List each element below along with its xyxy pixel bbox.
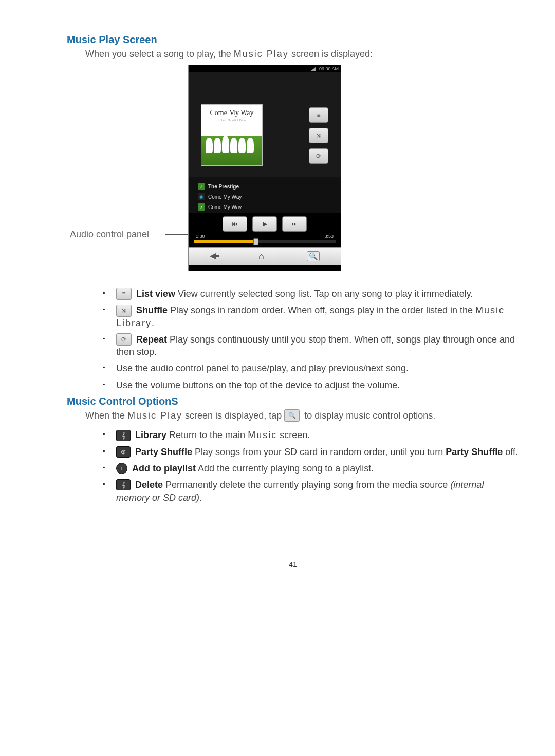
album-art: Come My Way THE PRESTIGE <box>201 104 263 166</box>
status-time: 09:00 AM <box>319 66 339 71</box>
term-music-play: Music Play <box>234 49 289 59</box>
search-options-icon[interactable]: 🔍 <box>307 251 320 261</box>
option-desc: Play songs from your SD card in random o… <box>192 447 446 457</box>
search-options-icon-inline: 🔍 <box>284 409 300 422</box>
option-desc: Add the currently playing song to a play… <box>196 463 374 474</box>
intro-text-b: screen is displayed, tap <box>182 410 284 421</box>
figure-caption: Audio control panel <box>70 229 149 240</box>
option-library: 𝄞 Library Return to the main Music scree… <box>116 429 519 441</box>
option-name: Add to playlist <box>132 463 196 474</box>
feature-desc: View currently selected song list. Tap o… <box>175 289 473 299</box>
meta-artist-text: The Prestige <box>208 184 239 190</box>
time-elapsed: 1:30 <box>196 234 205 239</box>
repeat-button[interactable]: ⟳ <box>309 148 328 164</box>
album-subtitle: THE PRESTIGE <box>201 118 262 121</box>
library-icon: 𝄞 <box>116 430 131 441</box>
option-desc: Permanently delete the currently playing… <box>163 480 450 490</box>
progress-fill <box>194 240 253 243</box>
option-party-shuffle: ⊕ Party Shuffle Play songs from your SD … <box>116 446 519 458</box>
option-add-to-playlist: + Add to playlist Add the currently play… <box>116 462 519 475</box>
option-name: Library <box>135 430 166 440</box>
feature-list: ≡ List view View currently selected song… <box>85 288 519 391</box>
album-art-graphic <box>201 136 262 165</box>
party-shuffle-icon: ⊕ <box>116 446 131 458</box>
status-bar: 09:00 AM <box>189 65 341 72</box>
feature-desc: Use the audio control panel to pause/pla… <box>116 363 409 373</box>
feature-name: Shuffle <box>136 305 168 315</box>
section-heading-music-play: Music Play Screen <box>67 34 519 46</box>
feature-repeat: ⟳ Repeat Play songs continuously until y… <box>116 333 519 358</box>
prev-button[interactable]: ⏮ <box>223 216 247 232</box>
meta-track[interactable]: ♪Come My Way <box>198 202 337 212</box>
option-name: Delete <box>135 480 163 490</box>
meta-album-text: Come My Way <box>208 194 242 200</box>
meta-artist[interactable]: ♪The Prestige <box>198 181 337 192</box>
feature-shuffle: ⤨ Shuffle Play songs in random order. Wh… <box>116 304 519 329</box>
time-total: 3:53 <box>324 234 334 239</box>
list-view-button[interactable]: ≡ <box>309 107 328 123</box>
feature-desc: Play songs continuously until you stop t… <box>116 334 515 357</box>
back-icon[interactable] <box>210 251 216 262</box>
artist-icon: ♪ <box>198 183 205 190</box>
intro-text: When the <box>85 410 127 421</box>
audio-control-panel: ⏮ ▶ ⏭ 1:30 3:53 <box>189 213 341 247</box>
shuffle-button[interactable]: ⤨ <box>309 128 328 143</box>
phone-mock: 09:00 AM Come My Way THE PRESTIGE ≡ ⤨ ⟳ … <box>188 65 341 271</box>
shuffle-icon: ⤨ <box>116 305 132 317</box>
feature-volume: Use the volume buttons on the top of the… <box>116 379 519 391</box>
term-music-play: Music Play <box>127 410 182 421</box>
play-button[interactable]: ▶ <box>252 216 277 232</box>
signal-icon <box>311 67 316 71</box>
delete-icon: 𝄞 <box>116 479 131 490</box>
next-button[interactable]: ⏭ <box>282 216 307 232</box>
feature-list-view: ≡ List view View currently selected song… <box>116 288 519 300</box>
add-to-playlist-icon: + <box>116 463 127 474</box>
now-playing-area: Come My Way THE PRESTIGE ≡ ⤨ ⟳ <box>189 72 341 177</box>
feature-name: List view <box>136 289 175 299</box>
feature-audio-panel: Use the audio control panel to pause/pla… <box>116 362 519 374</box>
list-view-icon: ≡ <box>116 288 132 300</box>
home-icon[interactable]: ⌂ <box>258 251 264 262</box>
intro-paragraph-2: When the Music Play screen is displayed,… <box>85 410 519 422</box>
bottom-nav: ⌂ 🔍 <box>189 247 341 265</box>
feature-desc-b: . <box>152 318 154 328</box>
caption-leader-line <box>165 234 188 235</box>
options-list: 𝄞 Library Return to the main Music scree… <box>85 429 519 503</box>
intro-text-b: screen is displayed: <box>289 49 373 59</box>
track-meta-list: ♪The Prestige ◉Come My Way ♪Come My Way <box>189 177 341 213</box>
term-music: Music <box>248 430 277 440</box>
meta-track-text: Come My Way <box>208 204 242 210</box>
option-desc: Return to the main <box>166 430 248 440</box>
option-desc-b: off. <box>503 447 518 457</box>
feature-desc: Use the volume buttons on the top of the… <box>116 380 400 390</box>
feature-name: Repeat <box>136 334 167 345</box>
intro-text-c: to display music control options. <box>304 410 435 421</box>
track-icon: ♪ <box>198 203 205 211</box>
option-bold: Party Shuffle <box>446 447 503 457</box>
album-icon: ◉ <box>198 193 205 200</box>
feature-desc: Play songs in random order. When off, so… <box>168 305 475 315</box>
page-number: 41 <box>67 560 519 569</box>
option-desc-b: screen. <box>277 430 310 440</box>
intro-text: When you select a song to play, the <box>85 49 234 59</box>
option-desc-b: . <box>199 493 202 503</box>
progress-knob[interactable] <box>253 238 258 245</box>
repeat-icon: ⟳ <box>116 333 132 346</box>
figure-music-play: Audio control panel 09:00 AM Come My Way… <box>85 65 519 280</box>
album-title: Come My Way <box>201 109 262 117</box>
option-name: Party Shuffle <box>135 447 192 457</box>
progress-bar[interactable] <box>194 240 336 243</box>
section-heading-control-options: Music Control OptionS <box>67 395 519 407</box>
intro-paragraph-1: When you select a song to play, the Musi… <box>85 49 519 60</box>
meta-album[interactable]: ◉Come My Way <box>198 192 337 202</box>
option-delete: 𝄞 Delete Permanently delete the currentl… <box>116 479 519 504</box>
